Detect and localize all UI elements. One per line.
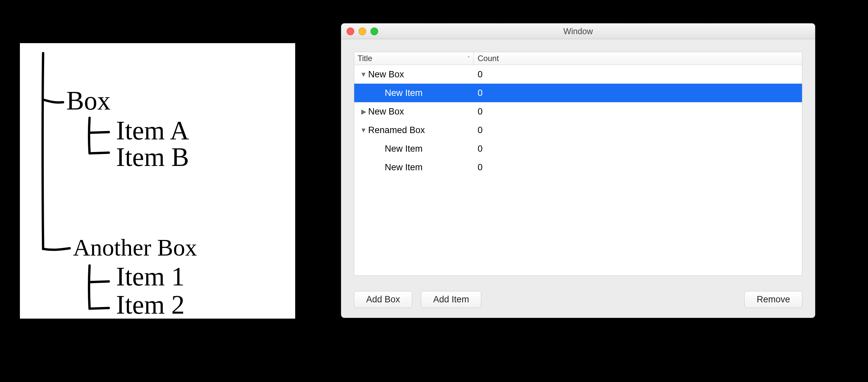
minimize-icon[interactable] <box>359 28 366 35</box>
table-row[interactable]: ▼New Box0 <box>354 65 802 84</box>
sketch-text-item-b: Item B <box>116 142 189 172</box>
titlebar[interactable]: Window <box>341 24 815 39</box>
column-header-title[interactable]: Title ˄ <box>354 52 474 65</box>
sketch-text-box: Box <box>66 86 111 115</box>
disclosure-triangle-icon[interactable]: ▼ <box>360 126 367 134</box>
row-title: New Item <box>385 162 423 173</box>
sketch-text-item-2: Item 2 <box>116 290 185 319</box>
outline-rows: ▼New Box0New Item0▶New Box0▼Renamed Box0… <box>354 65 802 275</box>
row-count: 0 <box>474 125 483 136</box>
add-item-button[interactable]: Add Item <box>421 291 481 308</box>
handwriting-sketch: Box Item A Item B Another Box Item 1 Ite… <box>20 43 295 319</box>
table-row[interactable]: ▼Renamed Box0 <box>354 121 802 139</box>
button-row: Add Box Add Item Remove <box>354 291 802 308</box>
row-count: 0 <box>474 144 483 154</box>
app-window: Window Title ˄ Count ▼New Box0New Item0▶… <box>341 23 815 318</box>
table-row[interactable]: New Item0 <box>354 139 802 158</box>
disclosure-triangle-icon[interactable]: ▼ <box>360 71 367 78</box>
add-box-button[interactable]: Add Box <box>354 291 412 308</box>
row-count: 0 <box>474 69 483 80</box>
row-title: New Box <box>368 107 404 117</box>
table-header: Title ˄ Count <box>354 52 802 65</box>
window-body: Title ˄ Count ▼New Box0New Item0▶New Box… <box>341 39 815 318</box>
row-count: 0 <box>474 88 483 98</box>
row-title: Renamed Box <box>368 125 425 136</box>
handwriting-svg: Box Item A Item B Another Box Item 1 Ite… <box>20 43 295 319</box>
sketch-text-another-box: Another Box <box>73 234 197 261</box>
remove-button[interactable]: Remove <box>744 291 802 308</box>
row-count: 0 <box>474 162 483 173</box>
window-title: Window <box>341 27 815 36</box>
table-row[interactable]: ▶New Box0 <box>354 102 802 121</box>
column-header-count[interactable]: Count <box>474 54 499 63</box>
row-title: New Box <box>368 69 404 80</box>
row-title-cell: New Item <box>354 88 474 98</box>
row-title-cell: New Item <box>354 144 474 154</box>
column-header-count-label: Count <box>477 54 499 63</box>
row-title-cell: ▶New Box <box>354 107 474 117</box>
window-controls <box>347 28 378 35</box>
sketch-text-item-1: Item 1 <box>116 262 185 291</box>
outline-view[interactable]: Title ˄ Count ▼New Box0New Item0▶New Box… <box>354 52 802 276</box>
sketch-text-item-a: Item A <box>116 116 189 145</box>
row-count: 0 <box>474 107 483 117</box>
table-row[interactable]: New Item0 <box>354 84 802 102</box>
row-title: New Item <box>385 144 423 154</box>
row-title-cell: New Item <box>354 162 474 173</box>
table-row[interactable]: New Item0 <box>354 158 802 177</box>
disclosure-triangle-icon[interactable]: ▶ <box>360 108 367 116</box>
zoom-icon[interactable] <box>371 28 378 35</box>
row-title: New Item <box>385 88 423 98</box>
sort-indicator-icon: ˄ <box>467 55 473 62</box>
close-icon[interactable] <box>347 28 354 35</box>
row-title-cell: ▼New Box <box>354 69 474 80</box>
column-header-title-label: Title <box>358 54 372 63</box>
row-title-cell: ▼Renamed Box <box>354 125 474 136</box>
